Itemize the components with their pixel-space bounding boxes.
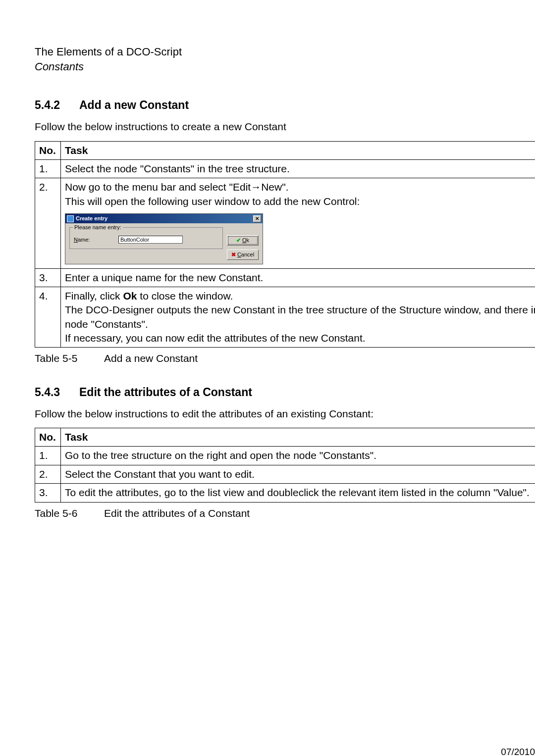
name-label: Name: [74,236,118,244]
table-header-row: No. Task [35,428,535,447]
col-header-task: Task [61,141,535,159]
row-task: To edit the attributes, go to the list v… [61,484,535,502]
col-header-no: No. [35,428,61,447]
task-table-543: No. Task 1. Go to the tree structure on … [35,428,535,502]
table-header-row: No. Task [35,141,535,159]
row-no: 1. [35,447,61,465]
row-no: 2. [35,465,61,483]
caption-text: Edit the attributes of a Constant [104,507,250,519]
table-caption-55: Table 5-5Add a new Constant [35,352,535,365]
caption-label: Table 5-5 [35,352,104,365]
create-entry-dialog: Create entry ✕ Please name entry: Name: … [65,213,263,264]
col-header-no: No. [35,141,61,159]
ok-button[interactable]: ✔ Ok [227,235,259,246]
row-no: 4. [35,287,61,348]
task-table-542: No. Task 1. Select the node "Constants" … [35,141,535,348]
header-title: The Elements of a DCO-Script [35,45,535,59]
check-icon: ✔ [236,237,241,244]
table-row: 2. Now go to the menu bar and select "Ed… [35,178,535,268]
row-task: Finally, click Ok to close the window. T… [61,287,535,348]
arrow-icon: → [251,181,261,193]
caption-label: Table 5-6 [35,506,104,520]
dialog-titlebar: Create entry ✕ [65,214,263,223]
task2-instruction: Now go to the menu bar and select "Edit→… [65,180,535,208]
row-task: Select the node "Constants" in the tree … [61,160,535,178]
section-heading-543: 5.4.3Edit the attributes of a Constant [35,385,535,400]
table-caption-56: Table 5-6Edit the attributes of a Consta… [35,506,535,520]
table-row: 1. Select the node "Constants" in the tr… [35,160,535,178]
table-row: 2. Select the Constant that you want to … [35,465,535,483]
page-header: The Elements of a DCO-Script Constants [35,45,535,74]
table-row: 4. Finally, click Ok to close the window… [35,287,535,348]
row-task: Select the Constant that you want to edi… [61,465,535,483]
dialog-buttons: ✔ Ok ✖ Cancel [227,235,259,260]
table-row: 3. Enter a unique name for the new Const… [35,268,535,287]
section-title: Add a new Constant [79,99,189,111]
row-no: 1. [35,160,61,178]
section-number: 5.4.2 [35,98,79,113]
cancel-button[interactable]: ✖ Cancel [227,250,259,260]
close-icon[interactable]: ✕ [253,215,261,222]
name-input[interactable] [118,236,183,244]
app-icon [67,215,74,222]
row-no: 3. [35,484,61,502]
name-field-row: Name: [74,236,218,244]
dialog-body: Please name entry: Name: ✔ Ok ✖ [65,223,263,264]
row-task: Enter a unique name for the new Constant… [61,268,535,287]
section-number: 5.4.3 [35,385,79,400]
footer-right: 07/2010 OScAR-Pro Customized Operator, U… [336,746,535,756]
section-intro: Follow the below instructions to edit th… [35,407,535,421]
row-no: 2. [35,178,61,268]
row-task: Go to the tree structure on the right an… [61,447,535,465]
table-row: 3. To edit the attributes, go to the lis… [35,484,535,502]
fieldset-legend: Please name entry: [73,224,123,231]
name-fieldset: Please name entry: Name: [69,227,223,249]
dialog-title: Create entry [76,215,253,222]
col-header-task: Task [61,428,535,447]
x-icon: ✖ [231,251,236,258]
section-heading-542: 5.4.2Add a new Constant [35,98,535,113]
footer-date: 07/2010 [336,746,535,756]
caption-text: Add a new Constant [104,353,198,364]
table-row: 1. Go to the tree structure on the right… [35,447,535,465]
section-title: Edit the attributes of a Constant [79,386,252,399]
header-subtitle: Constants [35,59,535,74]
row-task: Now go to the menu bar and select "Edit→… [61,178,535,268]
section-intro: Follow the below instructions to create … [35,120,535,134]
page-footer: 5-12 07/2010 OScAR-Pro Customized Operat… [69,746,535,756]
row-no: 3. [35,268,61,287]
